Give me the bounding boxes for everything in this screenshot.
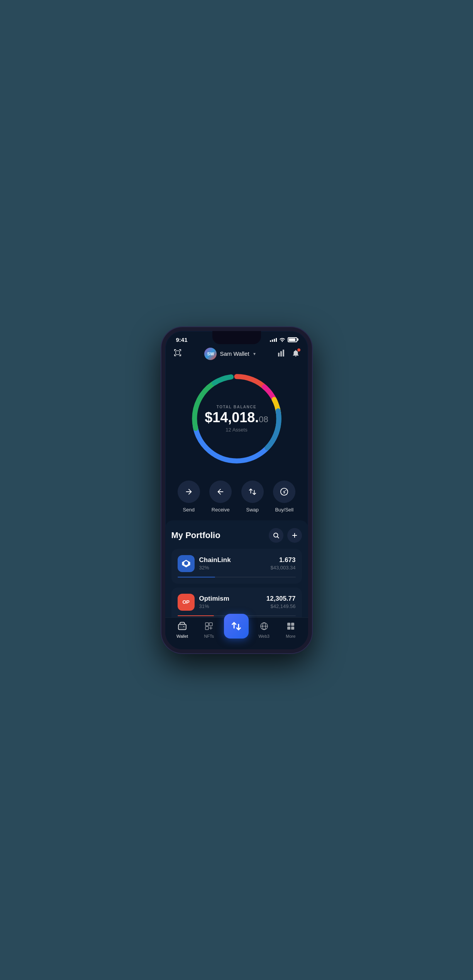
nav-more[interactable]: More [279, 622, 302, 639]
svg-rect-2 [280, 351, 282, 357]
chainlink-name: ChainLink [199, 556, 231, 564]
chevron-down-icon: ▾ [253, 351, 256, 357]
header: SW Sam Wallet ▾ [165, 345, 308, 365]
svg-rect-18 [209, 623, 212, 626]
more-nav-label: More [286, 634, 295, 639]
receive-label: Receive [212, 507, 230, 513]
balance-assets: 12 Assets [205, 427, 268, 433]
buysell-label: Buy/Sell [275, 507, 293, 513]
svg-rect-17 [205, 623, 209, 626]
nav-nfts[interactable]: NFTs [197, 622, 220, 639]
wallet-nav-label: Wallet [176, 634, 188, 639]
optimism-value: $42,149.56 [266, 603, 296, 609]
svg-text:$: $ [283, 490, 285, 494]
optimism-name: Optimism [199, 595, 229, 603]
optimism-amount: 12,305.77 [266, 595, 296, 603]
chainlink-amount: 1.673 [270, 556, 295, 564]
user-name: Sam Wallet [220, 350, 249, 357]
balance-label: TOTAL BALANCE [205, 405, 268, 409]
chainlink-pct: 32% [199, 565, 231, 571]
nav-center-button[interactable] [224, 614, 249, 639]
wifi-icon [279, 337, 285, 342]
buysell-action[interactable]: $ Buy/Sell [273, 481, 295, 513]
optimism-pct: 31% [199, 603, 229, 609]
chainlink-icon [178, 555, 195, 572]
nav-wallet[interactable]: Wallet [171, 622, 194, 639]
scan-icon[interactable] [173, 348, 182, 360]
svg-rect-3 [283, 350, 284, 357]
chainlink-value: $43,003.34 [270, 565, 295, 571]
balance-section: TOTAL BALANCE $14,018.08 12 Assets [165, 365, 308, 477]
svg-rect-1 [278, 353, 280, 357]
balance-amount: $14,018.08 [205, 411, 268, 425]
phone-frame: 9:41 SW S [161, 327, 312, 653]
send-button[interactable] [178, 481, 200, 503]
send-label: Send [183, 507, 195, 513]
asset-card-chainlink[interactable]: ChainLink 32% 1.673 $43,003.34 [171, 549, 302, 584]
add-asset-button[interactable] [287, 528, 302, 543]
portfolio-actions [269, 528, 302, 543]
svg-rect-19 [205, 627, 209, 630]
chart-icon[interactable] [278, 349, 286, 358]
nfts-icon [204, 622, 214, 632]
chainlink-progress [178, 577, 296, 577]
balance-center: TOTAL BALANCE $14,018.08 12 Assets [205, 405, 268, 433]
donut-chart: TOTAL BALANCE $14,018.08 12 Assets [186, 369, 287, 469]
more-icon [286, 622, 295, 632]
wallet-icon [178, 622, 187, 632]
actions-row: Send Receive Swap $ [165, 477, 308, 520]
battery-icon [288, 337, 297, 342]
nfts-nav-label: NFTs [204, 634, 214, 639]
notification-badge [297, 348, 301, 352]
status-icons [270, 337, 297, 342]
web3-nav-label: Web3 [258, 634, 270, 639]
optimism-icon: OP [178, 594, 195, 611]
search-button[interactable] [269, 528, 283, 543]
signal-icon [270, 337, 277, 342]
avatar: SW [204, 348, 217, 360]
svg-rect-24 [291, 623, 294, 626]
web3-icon [259, 622, 269, 632]
svg-rect-25 [287, 627, 290, 630]
bottom-nav: Wallet NFTs [165, 617, 308, 649]
receive-button[interactable] [209, 481, 232, 503]
receive-action[interactable]: Receive [209, 481, 232, 513]
buysell-button[interactable]: $ [273, 481, 295, 503]
swap-button[interactable] [241, 481, 264, 503]
status-time: 9:41 [176, 336, 188, 343]
nav-web3[interactable]: Web3 [253, 622, 276, 639]
portfolio-title: My Portfolio [171, 530, 220, 540]
user-info[interactable]: SW Sam Wallet ▾ [204, 348, 255, 360]
svg-rect-16 [178, 624, 186, 630]
svg-rect-23 [287, 623, 290, 626]
send-action[interactable]: Send [178, 481, 200, 513]
bell-icon-wrap[interactable] [292, 349, 300, 359]
header-right [278, 349, 300, 359]
portfolio-header: My Portfolio [171, 528, 302, 543]
svg-rect-0 [176, 351, 180, 355]
swap-label: Swap [246, 507, 259, 513]
swap-action[interactable]: Swap [241, 481, 264, 513]
notch [212, 331, 261, 344]
svg-rect-26 [291, 627, 294, 630]
